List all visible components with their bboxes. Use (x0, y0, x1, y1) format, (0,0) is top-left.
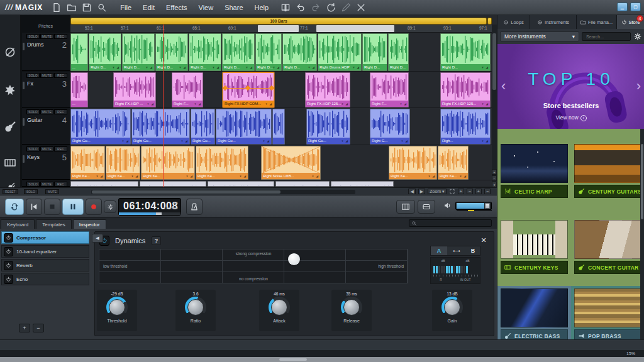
store-item-thumbnail[interactable] (574, 144, 641, 183)
store-tab-file-mana-[interactable]: File mana... (577, 15, 617, 29)
audio-clip[interactable]: Right Ke...▾ ◢ (106, 146, 140, 180)
zoom-out-button[interactable]: − (467, 189, 473, 194)
clip-menu-icon[interactable]: ▾ ◢ (246, 65, 253, 69)
audio-clip[interactable]: Right Gu...▾ ◢ (70, 109, 131, 145)
effect-power-button[interactable] (4, 275, 13, 284)
time-display[interactable]: 061:04:008 4/4 125 BPM (118, 198, 181, 216)
clip-menu-icon[interactable]: ▾ ◢ (265, 102, 272, 106)
audio-clip[interactable] (275, 181, 330, 187)
pad-view-button[interactable] (418, 200, 435, 214)
audio-clip[interactable]: Right Gu... (191, 109, 215, 145)
clip-menu-icon[interactable]: ▾ ◢ (181, 139, 188, 143)
track-mute-button[interactable]: MUTE (40, 146, 53, 151)
remove-effect-button[interactable]: − (33, 324, 44, 332)
knob-attack[interactable]: 46 msAttack (259, 290, 299, 331)
audio-clip[interactable]: Right Drums.HDP▾ ◢ (318, 33, 362, 71)
store-item-thumbnail[interactable] (574, 220, 641, 259)
track-pitch-slider[interactable] (23, 118, 25, 126)
audio-clip[interactable]: Right FX.HDP 125...▾ ◢ (305, 72, 350, 107)
help-button[interactable]: ? (152, 236, 161, 245)
track-solo-button[interactable]: SOLO (26, 73, 40, 78)
clip-menu-icon[interactable]: ▾ ◢ (240, 174, 247, 178)
keyboard-view-button[interactable] (396, 200, 415, 214)
track-solo-button[interactable]: SOLO (26, 182, 40, 187)
banner-prev-icon[interactable]: ‹ (501, 78, 506, 94)
playhead[interactable] (163, 25, 164, 187)
audio-clip[interactable]: ... (70, 72, 88, 107)
store-item-concert-guitar[interactable]: CONCERT GUITAR (571, 207, 644, 286)
scroll-right-button[interactable]: ▶ (418, 189, 425, 194)
clip-menu-icon[interactable]: ▾ ◢ (341, 102, 348, 106)
draw-icon[interactable] (340, 3, 352, 13)
stop-button[interactable] (44, 199, 60, 215)
clip-menu-icon[interactable]: ▾ ◢ (312, 174, 319, 178)
tab-templates[interactable]: Templates (36, 219, 71, 229)
store-item-thumbnail[interactable] (501, 144, 568, 183)
compression-handle[interactable] (288, 253, 300, 265)
audio-clip[interactable]: Right D...▾ ◢ (155, 33, 188, 71)
audio-clip[interactable]: Right Noise LiftB...▾ ◢ (261, 146, 321, 180)
add-effect-button[interactable]: + (19, 324, 30, 332)
audio-clip[interactable] (140, 181, 206, 187)
clip-menu-icon[interactable]: ▾ ◢ (122, 139, 129, 143)
timeline-ruler[interactable]: 53:157:161:165:169:173:177:181:185:189:1… (70, 25, 492, 33)
knob-cap[interactable] (271, 299, 287, 315)
footer-solo-button[interactable]: SOLO (24, 189, 38, 194)
clip-menu-icon[interactable]: ▾ ◢ (482, 139, 489, 143)
clip-menu-icon[interactable]: ▾ ◢ (400, 102, 407, 106)
dock-arrow-button[interactable]: ◀ (92, 234, 103, 243)
track-header-guitar[interactable]: SOLOMUTERECGuitar4 (22, 108, 70, 145)
scroll-down-button[interactable]: − (492, 175, 497, 181)
audio-clip[interactable]: Right F...▾ ◢ (172, 72, 203, 107)
ruler-selection-block[interactable] (258, 25, 299, 32)
audio-clip[interactable] (272, 109, 285, 145)
audio-clip[interactable]: Right Ke...▾ ◢ (438, 146, 469, 180)
search-icon[interactable] (96, 3, 108, 13)
clip-menu-icon[interactable]: ▾ ◢ (213, 65, 219, 69)
audio-clip[interactable]: Right F...▾ ◢ (370, 72, 409, 107)
effect-item-reverb[interactable]: Reverb (1, 259, 89, 272)
store-scrollbar[interactable] (640, 129, 644, 339)
scroll-left-button[interactable]: ◀ (408, 189, 415, 194)
tab-inspector[interactable]: Inspector (73, 219, 106, 229)
audio-clip[interactable]: Right D...▾ ◢ (122, 33, 155, 71)
store-tab-store[interactable]: Store4 (617, 15, 644, 29)
bars-range-bar[interactable]: 100 Bars (70, 18, 487, 25)
store-settings-gear-icon[interactable] (633, 32, 642, 41)
banner-next-icon[interactable]: › (636, 78, 641, 94)
audio-clip[interactable]: Right D...▾ ◢ (222, 33, 255, 71)
scroll-fit-button[interactable]: ▾ (492, 182, 497, 187)
knob-ring[interactable] (341, 297, 362, 318)
speaker-icon[interactable] (443, 201, 453, 210)
tab-keyboard[interactable]: Keyboard (1, 219, 35, 229)
store-item-thumbnail[interactable] (501, 288, 568, 327)
loop-button[interactable] (5, 199, 24, 215)
track-solo-button[interactable]: SOLO (26, 109, 40, 114)
clip-menu-icon[interactable]: ▾ ◢ (147, 102, 154, 106)
clip-menu-icon[interactable]: ▾ ◢ (263, 139, 270, 143)
audio-clip[interactable]: Right Gu...▾ ◢ (131, 109, 190, 145)
track-mute-button[interactable]: MUTE (40, 182, 53, 187)
knob-ring[interactable] (441, 297, 463, 318)
audio-clip[interactable]: Right FX.HDP ...▾ ◢ (113, 72, 156, 107)
volume-slider[interactable] (455, 202, 492, 210)
footer-mute-button[interactable]: MUTE (45, 189, 59, 194)
track-rec-button[interactable]: REC (54, 109, 67, 114)
panel-search[interactable] (409, 219, 492, 227)
audio-clip[interactable]: Right Ke...▾ ◢ (196, 146, 248, 180)
effect-item-compressor[interactable]: Compressor (1, 231, 89, 244)
track-rec-button[interactable]: REC (54, 73, 67, 78)
audio-clip[interactable]: Right Ke...▾ ◢ (70, 146, 105, 180)
audio-clip[interactable] (331, 181, 394, 187)
horizontal-scrollbar-thumb[interactable] (92, 190, 280, 194)
store-item-century-guitars[interactable]: CENTURY GUITARS (571, 129, 644, 207)
knob-threshold[interactable]: -29 dBThreshold (97, 290, 137, 331)
store-search[interactable] (582, 32, 631, 41)
track-rec-button[interactable]: REC (54, 182, 67, 187)
audio-clip[interactable]: Right Gu...▾ ◢ (306, 109, 350, 145)
clip-menu-icon[interactable]: ▾ ◢ (179, 65, 186, 69)
metronome-button[interactable] (186, 199, 203, 215)
knob-cap[interactable] (187, 299, 204, 315)
track-rec-button[interactable]: REC (54, 34, 67, 39)
more-instruments-dropdown[interactable]: More instruments▾ (500, 31, 579, 41)
